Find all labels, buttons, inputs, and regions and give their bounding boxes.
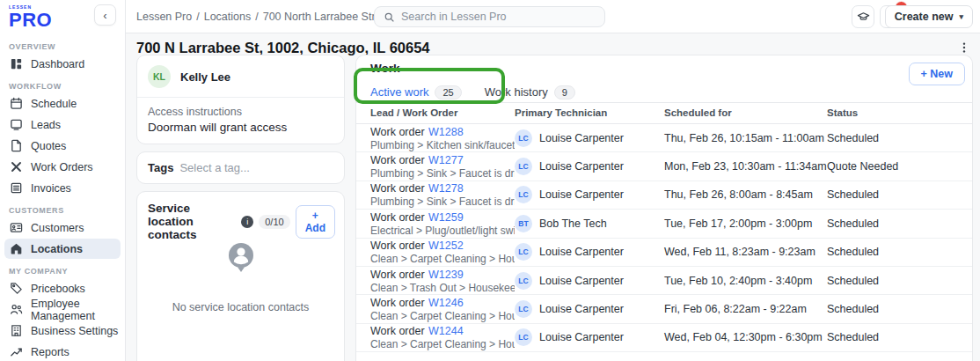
- sidebar-item-label: Business Settings: [31, 325, 118, 337]
- sidebar-item-locations[interactable]: Locations: [4, 239, 121, 259]
- learning-center-button[interactable]: [852, 5, 874, 28]
- work-order-type: Work order: [370, 269, 425, 281]
- tab-count-badge: 25: [435, 85, 461, 99]
- contacts-empty-state: No service location contacts: [137, 238, 344, 313]
- table-row[interactable]: Work order W1277 Plumbing > Sink > Fauce…: [356, 152, 972, 180]
- work-order-link[interactable]: W1288: [428, 126, 464, 138]
- technician-name: Louise Carpenter: [539, 246, 624, 258]
- work-order-link[interactable]: W1244: [428, 325, 464, 337]
- work-order-description: Clean > Carpet Cleaning > Housekee...: [370, 310, 515, 323]
- scheduled-for-value: Tue, Feb 10, 2:40pm - 3:40pm: [664, 275, 827, 287]
- technician-avatar: LC: [515, 243, 532, 261]
- column-header-scheduled-for: Scheduled for: [664, 107, 827, 118]
- sidebar-item-leads[interactable]: Leads: [4, 114, 121, 135]
- table-row[interactable]: Work order W1259 Electrical > Plug/outle…: [356, 210, 972, 238]
- table-row[interactable]: Work order W1252 Clean > Carpet Cleaning…: [356, 239, 972, 267]
- contacts-count-badge: 0/10: [259, 215, 289, 229]
- sidebar-section-label: CUSTOMERS: [0, 199, 125, 217]
- technician-avatar: LC: [515, 272, 532, 290]
- technician-name: Louise Carpenter: [539, 132, 624, 144]
- tab-work-history[interactable]: Work history 9: [485, 82, 575, 102]
- create-new-button[interactable]: Create new ▾: [885, 5, 973, 28]
- technician-avatar: BT: [515, 215, 532, 232]
- business-settings-icon: [10, 324, 23, 337]
- status-value: Scheduled: [827, 246, 958, 258]
- sidebar-item-reports[interactable]: Reports: [4, 342, 121, 361]
- tab-label: Work history: [485, 85, 548, 99]
- sidebar-item-label: Quotes: [31, 140, 66, 152]
- scheduled-for-value: Thu, Feb 26, 8:00am - 8:45am: [664, 188, 827, 201]
- sidebar-section-label: WORKFLOW: [0, 75, 125, 93]
- sidebar-item-quotes[interactable]: Quotes: [4, 136, 121, 156]
- global-search-input[interactable]: Search in Lessen Pro: [374, 6, 605, 27]
- work-order-link[interactable]: W1246: [428, 297, 464, 309]
- sidebar-section: OVERVIEW Dashboard: [0, 35, 125, 74]
- work-order-link[interactable]: W1277: [428, 154, 464, 166]
- sidebar-item-schedule[interactable]: Schedule: [4, 93, 121, 114]
- work-order-description: Clean > Carpet Cleaning > Housekee...: [370, 338, 515, 351]
- avatar: KL: [148, 65, 171, 88]
- info-icon[interactable]: i: [241, 216, 253, 228]
- work-order-description: Clean > Trash Out > Housekeeping: [370, 282, 515, 295]
- add-contact-button[interactable]: + Add: [296, 205, 335, 239]
- work-panel-title: Work: [370, 62, 400, 75]
- tab-count-badge: 9: [554, 85, 575, 99]
- graduation-cap-icon: [857, 11, 870, 24]
- work-order-type: Work order: [370, 325, 425, 337]
- sidebar-item-label: Leads: [31, 119, 61, 131]
- tab-active-work[interactable]: Active work 25: [370, 82, 462, 102]
- table-row[interactable]: Work order W1246 Clean > Carpet Cleaning…: [356, 295, 972, 323]
- technician-avatar: LC: [515, 186, 532, 203]
- table-row[interactable]: Work order W1288 Plumbing > Kitchen sink…: [356, 124, 972, 152]
- column-header-primary-technician: Primary Technician: [515, 107, 664, 118]
- technician-name: Louise Carpenter: [539, 331, 624, 343]
- work-order-link[interactable]: W1278: [428, 182, 464, 195]
- access-instructions-value: Doorman will grant access: [148, 121, 333, 134]
- sidebar-item-work-orders[interactable]: Work Orders: [4, 157, 121, 177]
- sidebar-item-label: Pricebooks: [31, 283, 85, 295]
- tag-select-input[interactable]: Select a tag...: [179, 161, 250, 174]
- create-new-label: Create new: [895, 11, 954, 23]
- search-placeholder: Search in Lessen Pro: [401, 11, 507, 23]
- breadcrumb-lessen-pro[interactable]: Lessen Pro: [136, 11, 192, 23]
- sidebar-item-invoices[interactable]: Invoices: [4, 178, 121, 198]
- breadcrumb-separator: /: [255, 11, 258, 23]
- scheduled-for-value: Wed, Feb 11, 8:23am - 9:23am: [664, 246, 827, 258]
- work-order-description: Plumbing > Sink > Faucet is dripping i..…: [370, 167, 515, 180]
- person-icon: [222, 238, 260, 276]
- status-value: Scheduled: [827, 217, 958, 230]
- work-table-header: Lead / Work Order Primary Technician Sch…: [356, 102, 972, 124]
- work-order-description: Clean > Carpet Cleaning > Housekee...: [370, 253, 515, 266]
- column-header-status: Status: [827, 107, 958, 118]
- new-work-button[interactable]: + New: [909, 63, 965, 85]
- sidebar-item-dashboard[interactable]: Dashboard: [4, 54, 121, 74]
- leads-icon: [10, 118, 23, 131]
- sidebar-item-employee-management[interactable]: Employee Management: [4, 299, 121, 320]
- work-order-link[interactable]: W1239: [428, 269, 464, 281]
- scheduled-for-value: Fri, Feb 06, 8:22am - 9:22am: [664, 303, 827, 315]
- table-row[interactable]: Work order W1244 Clean > Carpet Cleaning…: [356, 324, 972, 352]
- chevron-down-icon: ▾: [959, 12, 963, 21]
- sidebar-item-label: Dashboard: [31, 58, 84, 70]
- work-order-description: Plumbing > Kitchen sink/faucet > Sin...: [370, 139, 515, 152]
- table-row[interactable]: Work order W1239 Clean > Trash Out > Hou…: [356, 267, 972, 295]
- breadcrumb-locations[interactable]: Locations: [204, 11, 252, 23]
- table-row[interactable]: Work order W1278 Plumbing > Sink > Fauce…: [356, 181, 972, 210]
- sidebar-item-label: Customers: [31, 222, 84, 234]
- sidebar-collapse-button[interactable]: ‹: [94, 4, 116, 26]
- sidebar-item-business-settings[interactable]: Business Settings: [4, 320, 121, 341]
- sidebar-section-label: MY COMPANY: [0, 260, 125, 278]
- kebab-menu-icon: [958, 41, 970, 54]
- technician-avatar: LC: [515, 300, 532, 318]
- primary-contact-card: KL Kelly Lee Access instructions Doorman…: [136, 55, 345, 144]
- schedule-icon: [10, 97, 23, 110]
- sidebar-item-label: Schedule: [31, 98, 77, 110]
- sidebar-item-pricebooks[interactable]: Pricebooks: [4, 278, 121, 298]
- work-order-link[interactable]: W1252: [428, 239, 464, 252]
- work-order-link[interactable]: W1259: [428, 211, 464, 224]
- tab-label: Active work: [370, 85, 428, 99]
- sidebar-item-customers[interactable]: Customers: [4, 217, 121, 238]
- page-actions-kebab-button[interactable]: [956, 40, 972, 55]
- sidebar-section: CUSTOMERS Customers Locations: [0, 199, 125, 259]
- work-order-description: Electrical > Plug/outlet/light switch > …: [370, 225, 515, 238]
